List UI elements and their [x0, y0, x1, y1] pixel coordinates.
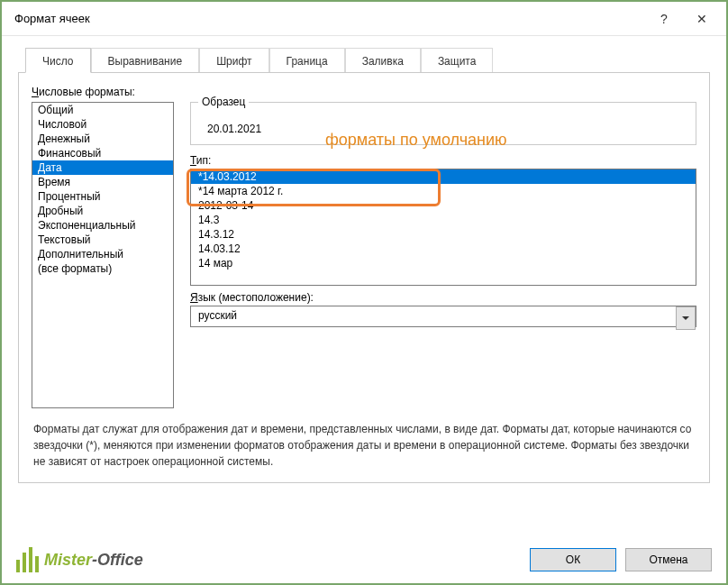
chevron-down-icon[interactable] [676, 306, 696, 330]
tab-border[interactable]: Граница [269, 48, 345, 73]
tabs: Число Выравнивание Шрифт Граница Заливка… [25, 47, 710, 72]
annotation-text: форматы по умолчанию [325, 131, 507, 150]
list-item[interactable]: 14.3 [191, 213, 696, 227]
dialog-window: Формат ячеек ? ✕ Число Выравнивание Шриф… [0, 0, 728, 585]
list-item[interactable]: *14 марта 2012 г. [191, 184, 696, 198]
sample-legend: Образец [198, 96, 249, 108]
list-item[interactable]: Текстовый [32, 233, 173, 247]
tab-panel: Числовые форматы: Общий Числовой Денежны… [18, 72, 710, 483]
type-label: Тип: [190, 154, 696, 167]
list-item[interactable]: *14.03.2012 [191, 169, 696, 184]
list-item[interactable]: Время [32, 175, 173, 189]
categories-label: Числовые форматы: [32, 86, 696, 98]
list-item[interactable]: 14.03.12 [191, 242, 696, 256]
close-icon[interactable]: ✕ [683, 5, 721, 32]
tab-number[interactable]: Число [25, 48, 91, 73]
type-listbox[interactable]: *14.03.2012 *14 марта 2012 г. 2012-03-14… [190, 169, 696, 286]
list-item[interactable]: Экспоненциальный [32, 218, 173, 233]
window-title: Формат ячеек [14, 12, 645, 25]
list-item[interactable]: Дата [32, 160, 173, 175]
language-value: русский [191, 306, 667, 326]
right-pane: Образец 20.01.2021 форматы по умолчанию … [190, 102, 696, 408]
categories-listbox[interactable]: Общий Числовой Денежный Финансовый Дата … [32, 102, 174, 408]
list-item[interactable]: Общий [32, 103, 173, 117]
language-select[interactable]: русский [190, 306, 696, 327]
tab-fill[interactable]: Заливка [345, 48, 421, 73]
footer: Mister-Office ОК Отмена [16, 547, 712, 572]
list-item[interactable]: Финансовый [32, 146, 173, 160]
list-item[interactable]: Денежный [32, 132, 173, 146]
list-item[interactable]: 2012-03-14 [191, 198, 696, 213]
list-item[interactable]: (все форматы) [32, 261, 173, 276]
dialog-content: Число Выравнивание Шрифт Граница Заливка… [2, 36, 726, 496]
ok-button[interactable]: ОК [530, 548, 616, 571]
titlebar: Формат ячеек ? ✕ [2, 2, 726, 36]
list-item[interactable]: 14 мар [191, 256, 696, 270]
brand-logo: Mister-Office [16, 547, 143, 572]
logo-bars-icon [16, 547, 39, 572]
list-item[interactable]: Процентный [32, 189, 173, 204]
list-item[interactable]: Дополнительный [32, 247, 173, 261]
language-label: Язык (местоположение): [190, 291, 696, 304]
help-icon[interactable]: ? [645, 5, 683, 32]
list-item[interactable]: Дробный [32, 204, 173, 218]
list-item[interactable]: 14.3.12 [191, 227, 696, 242]
cancel-button[interactable]: Отмена [625, 548, 712, 571]
description-text: Форматы дат служат для отображения дат и… [33, 421, 695, 470]
tab-protection[interactable]: Защита [421, 48, 494, 73]
tab-alignment[interactable]: Выравнивание [91, 48, 200, 73]
tab-font[interactable]: Шрифт [199, 48, 268, 73]
list-item[interactable]: Числовой [32, 117, 173, 132]
